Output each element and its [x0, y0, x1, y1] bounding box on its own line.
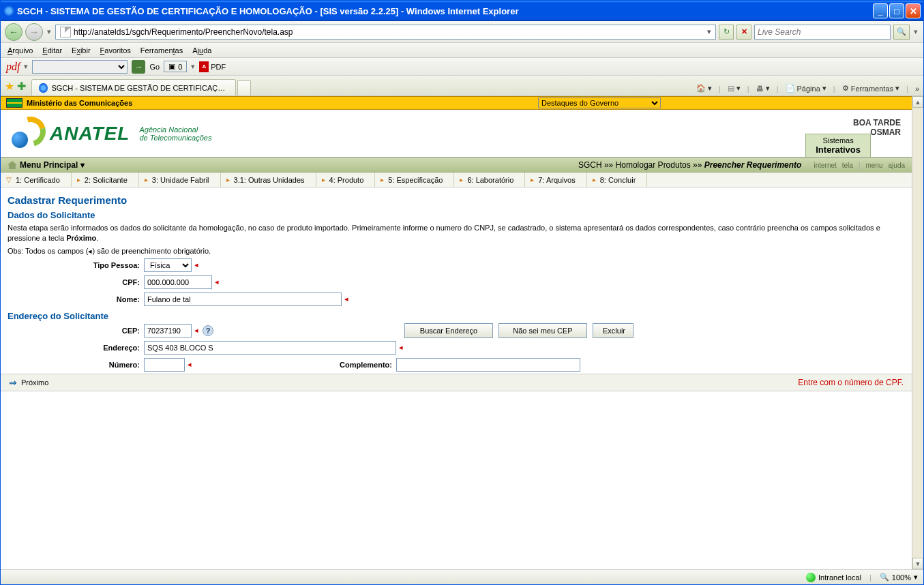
- anatel-logo-text: ANATEL: [50, 123, 130, 145]
- zone-icon: [806, 573, 816, 582]
- nome-input[interactable]: [144, 292, 342, 306]
- tabcount-dropdown-icon[interactable]: ▾: [191, 62, 195, 71]
- cpf-input[interactable]: [144, 275, 212, 289]
- form-content: Cadastrar Requerimento Dados do Solicita…: [1, 188, 912, 374]
- wizard-step-3[interactable]: 3: Unidade Fabril: [139, 172, 221, 187]
- home-shape-icon: [8, 161, 17, 169]
- link-tela[interactable]: tela: [842, 162, 853, 169]
- cep-label: CEP:: [8, 327, 144, 335]
- menu-favoritos[interactable]: Favoritos: [100, 46, 131, 55]
- section-endereco-solicitante: Endereço do Solicitante: [8, 311, 905, 321]
- menu-arquivo[interactable]: AArquivorquivo: [8, 46, 33, 55]
- wizard-steps: 1: Certificado 2: Solicitante 3: Unidade…: [1, 172, 912, 188]
- link-ajuda[interactable]: ajuda: [889, 162, 905, 169]
- go-button[interactable]: →: [132, 60, 145, 74]
- minimize-button[interactable]: _: [873, 3, 888, 18]
- rss-icon: ▤: [728, 84, 734, 93]
- wizard-step-7[interactable]: 7: Arquivos: [525, 172, 586, 187]
- search-box[interactable]: [754, 25, 891, 40]
- nao-sei-cep-button[interactable]: Não sei meu CEP: [498, 323, 587, 338]
- link-internet[interactable]: internet: [814, 162, 836, 169]
- menu-principal-button[interactable]: Menu Principal ▾: [8, 160, 85, 170]
- wizard-step-5[interactable]: 5: Especificação: [375, 172, 454, 187]
- wizard-step-1[interactable]: 1: Certificado: [1, 172, 72, 187]
- scroll-down-icon[interactable]: ▼: [912, 558, 923, 569]
- browser-tab[interactable]: SGCH - SISTEMA DE GESTÃO DE CERTIFICAÇÃO…: [31, 79, 236, 95]
- scroll-up-icon[interactable]: ▲: [912, 96, 923, 108]
- add-favorite-icon[interactable]: ✚: [17, 80, 26, 93]
- pdf-toolbar: pdf ▾ → Go ▣ 0 ▾ APDF: [1, 58, 923, 76]
- menu-exibir[interactable]: Exibir: [72, 46, 91, 55]
- search-button[interactable]: 🔍: [893, 25, 910, 40]
- pdf-select[interactable]: [32, 60, 128, 74]
- nome-label: Nome:: [8, 295, 144, 303]
- anatel-header: ANATEL Agência Nacional de Telecomunicaç…: [1, 110, 912, 158]
- excluir-button[interactable]: Excluir: [593, 323, 634, 338]
- close-button[interactable]: ✕: [906, 3, 921, 18]
- inner-scrollbar[interactable]: ▲ ▼: [912, 96, 923, 569]
- print-button[interactable]: 🖶▾: [756, 84, 770, 93]
- numero-input[interactable]: [144, 358, 185, 372]
- cep-help-icon[interactable]: ?: [203, 325, 213, 336]
- numero-label: Número:: [8, 361, 144, 369]
- address-bar[interactable]: ▾: [55, 25, 716, 40]
- expand-button[interactable]: »: [915, 85, 919, 93]
- tab-count[interactable]: ▣ 0: [164, 61, 187, 72]
- print-icon: 🖶: [756, 85, 764, 93]
- page-title: Cadastrar Requerimento: [8, 194, 905, 206]
- rss-button[interactable]: ▤▾: [728, 84, 741, 93]
- destaques-select[interactable]: Destaques do Governo: [538, 97, 661, 108]
- anatel-logo-icon: [12, 117, 46, 151]
- tools-menu[interactable]: ⚙Ferramentas ▾: [842, 84, 899, 93]
- address-dropdown-icon[interactable]: ▾: [704, 27, 714, 36]
- menu-ajuda[interactable]: Ajuda: [192, 46, 211, 55]
- obs-text: Obs: Todos os campos (◂) são de preenchi…: [8, 247, 905, 256]
- section-dados-solicitante: Dados do Solicitante: [8, 210, 905, 220]
- wizard-step-8[interactable]: 8: Concluir: [587, 172, 648, 187]
- search-dropdown-icon[interactable]: ▾: [912, 27, 919, 36]
- link-menu[interactable]: menu: [866, 162, 883, 169]
- page-menu[interactable]: 📄Página ▾: [786, 84, 826, 93]
- wizard-step-3-1[interactable]: 3.1: Outras Unidades: [221, 172, 316, 187]
- zoom-icon: 🔍: [880, 573, 889, 582]
- cep-input[interactable]: [144, 324, 192, 338]
- pdf-dropdown-icon[interactable]: ▾: [24, 62, 28, 71]
- sistemas-interativos-tab[interactable]: Sistemas Interativos: [805, 134, 871, 157]
- refresh-button[interactable]: ↻: [719, 25, 734, 40]
- pdf-icon[interactable]: APDF: [199, 61, 226, 72]
- home-icon: 🏠: [696, 84, 706, 93]
- forward-button[interactable]: →: [25, 23, 43, 41]
- wizard-step-4[interactable]: 4: Produto: [316, 172, 376, 187]
- arrow-right-icon: ⇒: [9, 377, 17, 388]
- complemento-input[interactable]: [396, 358, 580, 372]
- chevron-down-icon: ▾: [80, 160, 85, 170]
- anatel-subtitle: Agência Nacional de Telecomunicações: [139, 125, 211, 142]
- required-marker: ◂: [344, 295, 348, 303]
- required-marker: ◂: [215, 278, 219, 286]
- address-input[interactable]: [74, 27, 704, 37]
- wizard-step-2[interactable]: 2: Solicitante: [72, 172, 139, 187]
- favorites-icon[interactable]: ★: [5, 80, 14, 93]
- nav-dropdown-icon[interactable]: ▾: [46, 27, 53, 36]
- required-marker: ◂: [399, 343, 403, 352]
- wizard-step-6[interactable]: 6: Laboratório: [454, 172, 525, 187]
- search-input[interactable]: [758, 27, 887, 37]
- home-button[interactable]: 🏠▾: [696, 84, 712, 93]
- back-button[interactable]: ←: [5, 23, 23, 41]
- tipo-pessoa-select[interactable]: Física: [144, 258, 192, 272]
- menu-principal-bar: Menu Principal ▾ SGCH »» Homologar Produ…: [1, 158, 912, 172]
- menu-ferramentas[interactable]: Ferramentas: [140, 46, 183, 55]
- buscar-endereco-button[interactable]: Buscar Endereço: [404, 323, 493, 338]
- ministry-label: Ministério das Comunicações: [27, 99, 132, 107]
- endereco-input[interactable]: [144, 341, 396, 355]
- stop-button[interactable]: ✕: [736, 25, 751, 40]
- endereco-label: Endereço:: [8, 344, 144, 352]
- new-tab-button[interactable]: [237, 80, 251, 95]
- chevron-down-icon: ▾: [914, 573, 918, 582]
- proximo-button[interactable]: ⇒ Próximo: [9, 377, 48, 388]
- zoom-control[interactable]: 🔍 100% ▾: [880, 573, 918, 582]
- gear-icon: ⚙: [842, 84, 849, 93]
- window-title: SGCH - SISTEMA DE GESTÃO DE CERTIFICAÇÃO…: [17, 6, 873, 16]
- menu-editar[interactable]: Editar: [42, 46, 62, 55]
- maximize-button[interactable]: □: [889, 3, 904, 18]
